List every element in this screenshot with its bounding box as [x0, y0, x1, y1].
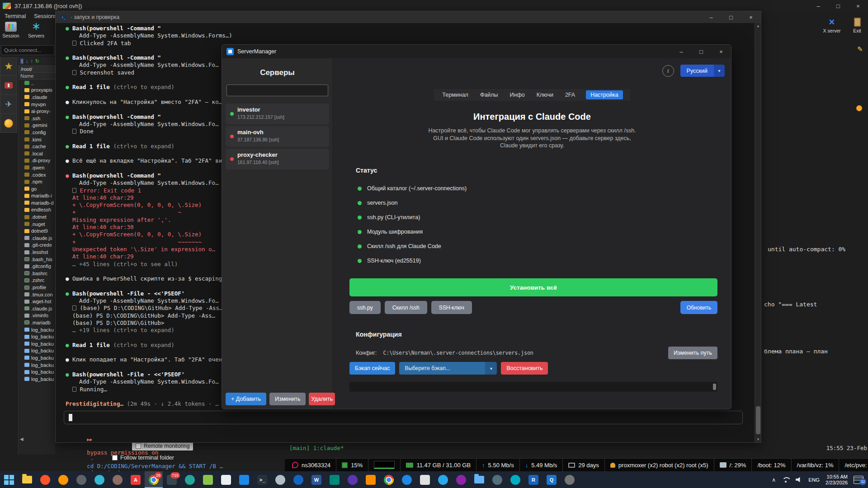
terminal-scrollbar[interactable]: ▲ ▼	[755, 23, 761, 442]
tab-Ключи[interactable]: Ключи	[536, 90, 554, 99]
taskbar-icon-chrome[interactable]: 26	[145, 471, 163, 488]
keyboard-language[interactable]: ENG	[808, 477, 820, 483]
x-server-button[interactable]: × X server	[819, 16, 844, 33]
taskbar-icon-compass[interactable]	[398, 471, 416, 488]
add-server-button[interactable]: + Добавить	[226, 393, 266, 405]
tab-Настройка[interactable]: Настройка	[586, 90, 623, 99]
tray-expand-icon[interactable]: ∧	[772, 477, 776, 483]
servermanager-close-button[interactable]: ×	[711, 46, 731, 57]
file-entry[interactable]: log_backu	[19, 326, 55, 333]
backup-select[interactable]: Выберите бэкап... ▾	[399, 362, 497, 375]
file-entry[interactable]: log_backu	[19, 333, 55, 340]
refresh-icon[interactable]: ↻	[35, 58, 39, 64]
taskbar-icon-doc-orange[interactable]	[362, 471, 380, 488]
pencil-icon[interactable]: ✎	[857, 45, 863, 53]
file-entry[interactable]: endlessh	[19, 206, 55, 214]
delete-server-button[interactable]: Удалить	[309, 393, 335, 405]
action-center-icon[interactable]: 32	[854, 476, 863, 484]
servers-button[interactable]: ∗ Servers	[26, 22, 46, 38]
tab-Терминал[interactable]: Терминал	[441, 90, 469, 99]
file-entry[interactable]: .ssh	[19, 115, 55, 122]
file-entry[interactable]: .local	[19, 150, 55, 157]
file-entry[interactable]: .gemini	[19, 122, 55, 129]
file-entry[interactable]: .git-crede	[19, 242, 55, 249]
file-entry[interactable]: .qwen	[19, 164, 55, 171]
wifi-icon[interactable]	[782, 477, 790, 483]
file-entry[interactable]: .cache	[19, 143, 55, 150]
taskbar-icon-firefox[interactable]	[54, 471, 72, 488]
tab-Файлы[interactable]: Файлы	[479, 90, 499, 99]
menu-terminal[interactable]: Terminal	[5, 13, 26, 19]
ssh-key-chip-button[interactable]: SSH-ключ	[431, 301, 472, 314]
taskbar-icon-app-blue[interactable]	[235, 471, 253, 488]
taskbar-icon-telegram[interactable]	[434, 471, 452, 488]
taskbar-icon-edge[interactable]	[90, 471, 108, 488]
terminal-minimize-button[interactable]: –	[701, 11, 721, 23]
file-entry[interactable]: proxyapis	[19, 87, 55, 94]
server-card-main-ovh[interactable]: main-ovh37.187.136.86 [ssh]	[226, 126, 329, 147]
file-entry[interactable]: .lesshst	[19, 249, 55, 256]
taskbar-icon-app-violet[interactable]	[452, 471, 470, 488]
tools-tab[interactable]	[0, 76, 17, 95]
folder-up-icon[interactable]: t	[20, 58, 24, 64]
taskbar-icon-app-light[interactable]	[271, 471, 289, 488]
terminal-maximize-button[interactable]: □	[721, 11, 741, 23]
taskbar-icon-app-blue2[interactable]	[289, 471, 307, 488]
taskbar-icon-anydesk[interactable]: A	[127, 471, 145, 488]
claude-input-box[interactable]	[64, 411, 743, 424]
file-entry[interactable]: go	[19, 185, 55, 192]
exit-button[interactable]: Exit	[848, 16, 866, 33]
file-entry[interactable]: .wget-hst	[19, 298, 55, 305]
sshpy-chip-button[interactable]: ssh.py	[349, 301, 381, 314]
output-scrollbar-thumb[interactable]	[713, 384, 716, 390]
file-entry[interactable]: .dotnet	[19, 213, 55, 221]
menu-sessions[interactable]: Sessions	[34, 13, 57, 19]
mobaxterm-close-button[interactable]: ×	[848, 0, 868, 12]
server-card-proxy-checker[interactable]: proxy-checker161.97.118.40 [ssh]	[226, 149, 329, 169]
taskbar-icon-app-purple[interactable]	[344, 471, 362, 488]
taskbar-icon-app-slate[interactable]	[488, 471, 506, 488]
edit-server-button[interactable]: Изменить	[269, 393, 306, 405]
taskbar-icon-app-dark[interactable]: 715	[163, 471, 181, 488]
sftp-scroll-left[interactable]: ◀	[20, 436, 24, 441]
file-entry[interactable]: .di-proxy	[19, 157, 55, 164]
file-entry[interactable]: .mariadb	[19, 319, 55, 326]
upload-icon[interactable]: ↑	[31, 58, 33, 64]
file-entry[interactable]: .bashrc	[19, 270, 55, 277]
quick-connect-input[interactable]	[1, 45, 54, 55]
file-entry[interactable]: .bash_his	[19, 256, 55, 263]
file-entry[interactable]: .claude.js	[19, 235, 55, 242]
scroll-down-icon[interactable]: ▼	[755, 437, 761, 441]
scroll-up-icon[interactable]: ▲	[755, 24, 761, 28]
backup-now-button[interactable]: Бэкап сейчас	[349, 362, 395, 375]
taskbar-icon-app-gray[interactable]	[72, 471, 90, 488]
taskbar-clock[interactable]: 10:55 AM 2/23/2026	[826, 474, 848, 486]
file-entry[interactable]: mariadb-i	[19, 192, 55, 200]
file-entry[interactable]: log_backu	[19, 375, 55, 383]
refresh-button[interactable]: Обновить	[680, 301, 717, 314]
file-entry[interactable]: log_backu	[19, 368, 55, 375]
tab-2FA[interactable]: 2FA	[564, 90, 576, 99]
taskbar-icon-quick-app[interactable]: Q	[542, 471, 561, 488]
language-select[interactable]: Русский ▾	[680, 65, 725, 77]
taskbar-icon-app-brown[interactable]	[108, 471, 127, 488]
file-entry[interactable]: log_backu	[19, 354, 55, 361]
taskbar-icon-file-explorer[interactable]	[18, 471, 36, 488]
taskbar-icon-r-app[interactable]: R	[524, 471, 542, 488]
taskbar-icon-notepad[interactable]	[199, 471, 217, 488]
favorites-tab[interactable]: ★	[0, 57, 17, 76]
file-entry[interactable]: ai-proxy-	[19, 108, 55, 115]
taskbar-icon-app-teal[interactable]	[181, 471, 199, 488]
file-entry[interactable]: log_backu	[19, 340, 55, 347]
taskbar-icon-start[interactable]	[0, 471, 18, 488]
taskbar-icon-terminal[interactable]: >_	[253, 471, 271, 488]
file-entry[interactable]: dotnet9	[19, 227, 55, 235]
taskbar-icon-app-cyan[interactable]	[506, 471, 524, 488]
file-entry[interactable]: .config	[19, 129, 55, 136]
sftp-path[interactable]: /root/	[19, 66, 55, 73]
info-icon[interactable]: i	[662, 65, 674, 77]
taskbar-icon-gimp[interactable]	[561, 471, 579, 488]
server-card-investor[interactable]: investor173.212.212.157 [ssh]	[226, 103, 329, 124]
file-entry[interactable]: .npm	[19, 178, 55, 185]
change-path-button[interactable]: Изменить путь	[668, 347, 717, 359]
